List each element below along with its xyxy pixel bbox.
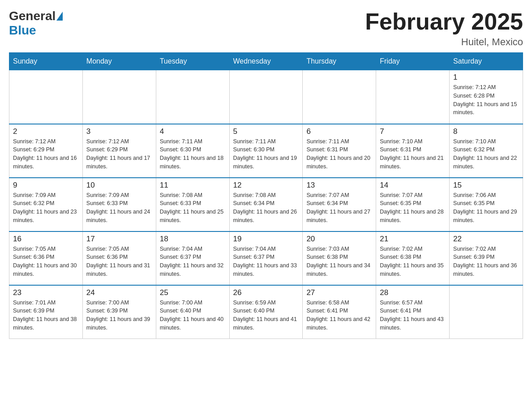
location-label: Huitel, Mexico <box>365 36 523 48</box>
day-number: 5 <box>233 127 299 136</box>
calendar-cell: 12Sunrise: 7:08 AM Sunset: 6:34 PM Dayli… <box>229 178 303 231</box>
calendar-header-wednesday: Wednesday <box>229 53 303 70</box>
calendar-cell: 2Sunrise: 7:12 AM Sunset: 6:29 PM Daylig… <box>9 124 83 178</box>
logo-triangle-icon <box>56 12 63 21</box>
calendar-cell: 11Sunrise: 7:08 AM Sunset: 6:33 PM Dayli… <box>156 178 229 231</box>
calendar-cell: 25Sunrise: 7:00 AM Sunset: 6:40 PM Dayli… <box>156 285 229 339</box>
calendar-header-monday: Monday <box>82 53 156 70</box>
calendar-cell <box>82 70 156 124</box>
day-number: 25 <box>160 288 226 297</box>
day-info: Sunrise: 7:09 AM Sunset: 6:33 PM Dayligh… <box>86 191 152 225</box>
calendar-cell <box>376 70 450 124</box>
day-number: 28 <box>380 288 446 297</box>
day-info: Sunrise: 7:10 AM Sunset: 6:31 PM Dayligh… <box>380 137 446 171</box>
day-number: 7 <box>380 127 446 136</box>
day-number: 9 <box>13 181 79 190</box>
calendar-week-row-2: 2Sunrise: 7:12 AM Sunset: 6:29 PM Daylig… <box>9 124 523 178</box>
day-number: 6 <box>306 127 372 136</box>
calendar-cell: 21Sunrise: 7:02 AM Sunset: 6:38 PM Dayli… <box>376 231 450 285</box>
day-info: Sunrise: 7:08 AM Sunset: 6:34 PM Dayligh… <box>233 191 299 225</box>
month-title: February 2025 <box>365 9 523 34</box>
calendar-cell <box>156 70 229 124</box>
calendar-cell: 6Sunrise: 7:11 AM Sunset: 6:31 PM Daylig… <box>303 124 376 178</box>
day-info: Sunrise: 7:12 AM Sunset: 6:29 PM Dayligh… <box>13 137 79 171</box>
logo-blue-text: Blue <box>9 23 36 37</box>
calendar-cell: 20Sunrise: 7:03 AM Sunset: 6:38 PM Dayli… <box>303 231 376 285</box>
calendar-week-row-3: 9Sunrise: 7:09 AM Sunset: 6:32 PM Daylig… <box>9 178 523 231</box>
logo-general-text: General <box>9 9 56 23</box>
calendar-header-friday: Friday <box>376 53 450 70</box>
day-number: 10 <box>86 181 152 190</box>
calendar-cell: 26Sunrise: 6:59 AM Sunset: 6:40 PM Dayli… <box>229 285 303 339</box>
calendar-table: SundayMondayTuesdayWednesdayThursdayFrid… <box>9 52 523 339</box>
day-info: Sunrise: 7:04 AM Sunset: 6:37 PM Dayligh… <box>233 245 299 278</box>
calendar-cell: 1Sunrise: 7:12 AM Sunset: 6:28 PM Daylig… <box>450 70 523 124</box>
calendar-cell: 9Sunrise: 7:09 AM Sunset: 6:32 PM Daylig… <box>9 178 83 231</box>
day-info: Sunrise: 7:11 AM Sunset: 6:30 PM Dayligh… <box>160 137 226 171</box>
day-number: 14 <box>380 181 446 190</box>
calendar-cell: 23Sunrise: 7:01 AM Sunset: 6:39 PM Dayli… <box>9 285 83 339</box>
day-number: 26 <box>233 288 299 297</box>
day-number: 23 <box>13 288 79 297</box>
day-number: 20 <box>306 235 372 244</box>
calendar-cell <box>303 70 376 124</box>
calendar-cell: 10Sunrise: 7:09 AM Sunset: 6:33 PM Dayli… <box>82 178 156 231</box>
day-number: 22 <box>453 235 519 244</box>
calendar-cell: 28Sunrise: 6:57 AM Sunset: 6:41 PM Dayli… <box>376 285 450 339</box>
calendar-cell: 7Sunrise: 7:10 AM Sunset: 6:31 PM Daylig… <box>376 124 450 178</box>
day-info: Sunrise: 7:12 AM Sunset: 6:29 PM Dayligh… <box>86 137 152 171</box>
day-number: 15 <box>453 181 519 190</box>
day-number: 1 <box>453 73 519 82</box>
day-info: Sunrise: 7:07 AM Sunset: 6:34 PM Dayligh… <box>306 191 372 225</box>
title-area: February 2025 Huitel, Mexico <box>365 9 523 48</box>
day-info: Sunrise: 7:10 AM Sunset: 6:32 PM Dayligh… <box>453 137 519 171</box>
calendar-cell <box>229 70 303 124</box>
day-number: 13 <box>306 181 372 190</box>
day-number: 24 <box>86 288 152 297</box>
calendar-cell: 13Sunrise: 7:07 AM Sunset: 6:34 PM Dayli… <box>303 178 376 231</box>
calendar-header-thursday: Thursday <box>303 53 376 70</box>
calendar-cell: 18Sunrise: 7:04 AM Sunset: 6:37 PM Dayli… <box>156 231 229 285</box>
day-number: 3 <box>86 127 152 136</box>
calendar-cell: 5Sunrise: 7:11 AM Sunset: 6:30 PM Daylig… <box>229 124 303 178</box>
calendar-cell: 24Sunrise: 7:00 AM Sunset: 6:39 PM Dayli… <box>82 285 156 339</box>
page-header: General Blue February 2025 Huitel, Mexic… <box>9 9 523 48</box>
day-number: 8 <box>453 127 519 136</box>
calendar-header-saturday: Saturday <box>450 53 523 70</box>
day-info: Sunrise: 7:04 AM Sunset: 6:37 PM Dayligh… <box>160 245 226 278</box>
logo: General Blue <box>9 9 64 38</box>
day-number: 2 <box>13 127 79 136</box>
day-info: Sunrise: 7:05 AM Sunset: 6:36 PM Dayligh… <box>13 245 79 278</box>
calendar-cell: 27Sunrise: 6:58 AM Sunset: 6:41 PM Dayli… <box>303 285 376 339</box>
calendar-cell: 14Sunrise: 7:07 AM Sunset: 6:35 PM Dayli… <box>376 178 450 231</box>
day-number: 4 <box>160 127 226 136</box>
day-number: 12 <box>233 181 299 190</box>
calendar-cell: 19Sunrise: 7:04 AM Sunset: 6:37 PM Dayli… <box>229 231 303 285</box>
day-info: Sunrise: 7:00 AM Sunset: 6:39 PM Dayligh… <box>86 299 152 332</box>
calendar-cell: 22Sunrise: 7:02 AM Sunset: 6:39 PM Dayli… <box>450 231 523 285</box>
day-info: Sunrise: 6:57 AM Sunset: 6:41 PM Dayligh… <box>380 299 446 332</box>
calendar-cell: 8Sunrise: 7:10 AM Sunset: 6:32 PM Daylig… <box>450 124 523 178</box>
calendar-cell: 4Sunrise: 7:11 AM Sunset: 6:30 PM Daylig… <box>156 124 229 178</box>
day-info: Sunrise: 7:12 AM Sunset: 6:28 PM Dayligh… <box>453 83 519 117</box>
calendar-week-row-4: 16Sunrise: 7:05 AM Sunset: 6:36 PM Dayli… <box>9 231 523 285</box>
calendar-header-tuesday: Tuesday <box>156 53 229 70</box>
calendar-cell: 16Sunrise: 7:05 AM Sunset: 6:36 PM Dayli… <box>9 231 83 285</box>
day-info: Sunrise: 7:08 AM Sunset: 6:33 PM Dayligh… <box>160 191 226 225</box>
day-info: Sunrise: 7:05 AM Sunset: 6:36 PM Dayligh… <box>86 245 152 278</box>
calendar-header-sunday: Sunday <box>9 53 83 70</box>
day-number: 18 <box>160 235 226 244</box>
day-info: Sunrise: 7:02 AM Sunset: 6:39 PM Dayligh… <box>453 245 519 278</box>
day-info: Sunrise: 7:11 AM Sunset: 6:31 PM Dayligh… <box>306 137 372 171</box>
day-number: 17 <box>86 235 152 244</box>
day-info: Sunrise: 7:03 AM Sunset: 6:38 PM Dayligh… <box>306 245 372 278</box>
day-info: Sunrise: 6:58 AM Sunset: 6:41 PM Dayligh… <box>306 299 372 332</box>
calendar-week-row-5: 23Sunrise: 7:01 AM Sunset: 6:39 PM Dayli… <box>9 285 523 339</box>
day-info: Sunrise: 7:00 AM Sunset: 6:40 PM Dayligh… <box>160 299 226 332</box>
day-info: Sunrise: 7:06 AM Sunset: 6:35 PM Dayligh… <box>453 191 519 225</box>
calendar-cell <box>450 285 523 339</box>
day-info: Sunrise: 6:59 AM Sunset: 6:40 PM Dayligh… <box>233 299 299 332</box>
day-info: Sunrise: 7:09 AM Sunset: 6:32 PM Dayligh… <box>13 191 79 225</box>
calendar-week-row-1: 1Sunrise: 7:12 AM Sunset: 6:28 PM Daylig… <box>9 70 523 124</box>
day-number: 11 <box>160 181 226 190</box>
